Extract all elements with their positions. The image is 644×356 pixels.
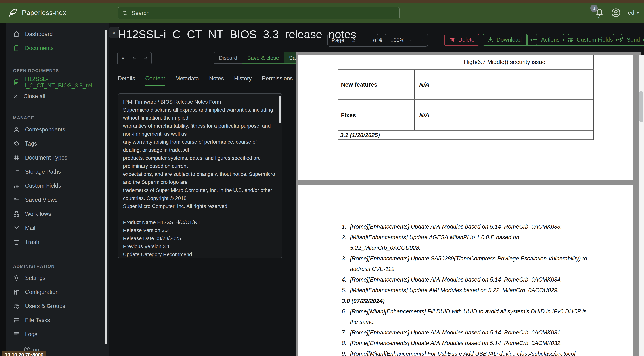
list-number: 2. bbox=[342, 232, 350, 253]
arrow-left-icon bbox=[132, 56, 137, 61]
sidebar-item[interactable]: Mail bbox=[6, 221, 109, 235]
username: ed bbox=[628, 10, 634, 16]
sidebar-item-icon bbox=[13, 154, 20, 161]
search-icon bbox=[122, 10, 128, 16]
tab[interactable]: History bbox=[234, 75, 252, 86]
list-text: [Rome][Enhancements] Update AMI Modules … bbox=[350, 338, 588, 348]
sidebar-item-icon bbox=[13, 303, 20, 310]
zoom-out-button[interactable]: - bbox=[377, 34, 385, 46]
list-text: [Milan][Enhancements] Update AMI Modules… bbox=[350, 285, 588, 296]
pdf-page-2: 1. [Rome][Enhancements] Update AMI Modul… bbox=[298, 185, 633, 356]
sidebar-item-label: Custom Fields bbox=[25, 182, 61, 189]
content-textarea[interactable]: IPMI Firmware / BIOS Release Notes Form … bbox=[118, 94, 282, 258]
arrow-right-icon bbox=[143, 56, 148, 61]
open-document-label: H12SSL-i_C_CT_NT_BIOS_3.3_rel... bbox=[25, 76, 109, 89]
sidebar-item-label: Logs bbox=[25, 331, 37, 338]
tab-label: Details bbox=[118, 75, 135, 82]
ellipsis-icon bbox=[532, 37, 538, 43]
sidebar-item[interactable]: Document Types bbox=[6, 150, 109, 165]
save-and-close-button[interactable]: Save & close bbox=[242, 52, 284, 64]
sidebar-item-label: Mail bbox=[25, 225, 36, 231]
status-url-tooltip: 10.10.20.70:8000 bbox=[2, 351, 46, 356]
sidebar-item[interactable]: Dashboard bbox=[6, 27, 109, 41]
sidebar-item-label: Tags bbox=[25, 140, 37, 147]
close-document-button[interactable]: × bbox=[117, 52, 129, 64]
notifications-button[interactable]: 3 ▾ bbox=[595, 8, 604, 18]
pdf-list-row: 5. [Milan][Enhancements] Update AMI Modu… bbox=[342, 285, 588, 296]
sidebar-item[interactable]: Custom Fields bbox=[6, 179, 109, 193]
list-number: 5. bbox=[342, 285, 350, 296]
sidebar-item[interactable]: Trash bbox=[6, 235, 109, 249]
list-text: 3.0 (07/22/2024) bbox=[342, 296, 588, 306]
send-button[interactable]: Send ▾ bbox=[613, 34, 644, 46]
delete-label: Delete bbox=[458, 36, 474, 43]
sidebar-item[interactable]: Storage Paths bbox=[6, 165, 109, 179]
page-input-cell bbox=[348, 34, 369, 46]
previous-document-button[interactable] bbox=[128, 52, 140, 64]
textarea-scrollbar[interactable] bbox=[278, 96, 281, 124]
pdf-page-1: High/6.7 Middle)) security issue New fea… bbox=[298, 55, 633, 180]
sidebar-item[interactable]: Documents bbox=[6, 41, 109, 55]
sidebar-item-label: Documents bbox=[25, 45, 54, 52]
sidebar-item[interactable]: File Tasks bbox=[6, 313, 109, 327]
sidebar-item-label: File Tasks bbox=[25, 317, 50, 324]
zoom-level-value: 100% bbox=[390, 37, 404, 43]
window-top-strip bbox=[0, 0, 644, 2]
sidebar-manage-nav: Correspondents Tags Document Types Stora… bbox=[6, 122, 109, 249]
zoom-level-select[interactable]: 100% bbox=[385, 34, 418, 46]
sidebar-scrollbar[interactable] bbox=[104, 30, 107, 344]
pdf-table: High/6.7 Middle)) security issue New fea… bbox=[338, 55, 594, 140]
user-menu[interactable]: ed ▾ bbox=[628, 10, 639, 16]
sidebar-item-icon bbox=[13, 126, 20, 133]
tab[interactable]: Details bbox=[118, 75, 135, 86]
sidebar-close-all[interactable]: Close all bbox=[6, 89, 109, 103]
tab[interactable]: Permissions bbox=[262, 75, 293, 86]
sidebar-item[interactable]: Configuration bbox=[6, 285, 109, 299]
sidebar-item-icon bbox=[13, 45, 20, 52]
sidebar-collapse-button[interactable]: « bbox=[109, 27, 119, 38]
list-number: 6. bbox=[342, 306, 350, 327]
send-caret-icon: ▾ bbox=[643, 38, 644, 42]
tab-label: Notes bbox=[209, 75, 224, 82]
table-footer-row: 3.1 (1/20/2025) bbox=[338, 131, 594, 140]
zoom-in-button[interactable]: + bbox=[418, 34, 428, 46]
page-title: H12SSL-i_C_CT_NT_BIOS_3.3_release_notes bbox=[118, 28, 356, 41]
tab[interactable]: Notes bbox=[209, 75, 224, 86]
pdf-list-row: 7. [Rome][Enhancements] Update AMI Modul… bbox=[342, 327, 588, 338]
download-label: Download bbox=[496, 36, 522, 43]
sidebar-item-icon bbox=[13, 210, 20, 218]
viewer-scrollbar-thumb[interactable] bbox=[639, 91, 643, 122]
navbar-right-cluster: 3 ▾ ed ▾ bbox=[595, 6, 639, 19]
sidebar-item-label: Workflows bbox=[25, 211, 51, 217]
sidebar-item-icon bbox=[13, 238, 20, 246]
sidebar-item-label: Settings bbox=[25, 275, 46, 281]
search-input[interactable] bbox=[131, 10, 388, 16]
list-text: [Milan][Enhancements] Update AGESA Milan… bbox=[350, 232, 588, 253]
sidebar-item-label: Correspondents bbox=[25, 126, 65, 133]
next-document-button[interactable] bbox=[140, 52, 152, 64]
sidebar-open-document[interactable]: H12SSL-i_C_CT_NT_BIOS_3.3_rel... bbox=[6, 75, 109, 89]
table-cell-label: New features bbox=[338, 70, 414, 100]
open-documents-header: OPEN DOCUMENTS bbox=[6, 66, 109, 75]
sidebar-item[interactable]: Settings bbox=[6, 271, 109, 285]
table-row: New features N/A bbox=[338, 70, 594, 100]
sidebar-item[interactable]: Users & Groups bbox=[6, 299, 109, 313]
sidebar-item[interactable]: Workflows bbox=[6, 207, 109, 221]
sidebar-item-icon bbox=[13, 196, 20, 204]
pdf-viewer: High/6.7 Middle)) security issue New fea… bbox=[296, 52, 641, 356]
discard-button[interactable]: Discard bbox=[214, 52, 242, 64]
viewer-scrollbar-track[interactable] bbox=[638, 55, 644, 356]
sidebar-item[interactable]: Tags bbox=[6, 136, 109, 150]
sidebar-item[interactable]: Correspondents bbox=[6, 122, 109, 136]
tab[interactable]: Metadata bbox=[175, 75, 199, 86]
pdf-list-row: 1. [Rome][Enhancements] Update AMI Modul… bbox=[342, 222, 588, 232]
document-tabs: Details Content Metadata Notes History P… bbox=[118, 75, 293, 86]
sidebar-item[interactable]: Saved Views bbox=[6, 193, 109, 207]
avatar-icon[interactable] bbox=[611, 8, 621, 18]
sidebar-item[interactable]: Logs bbox=[6, 327, 109, 341]
tab[interactable]: Content bbox=[145, 75, 165, 86]
list-number: 7. bbox=[342, 327, 350, 338]
delete-button[interactable]: Delete bbox=[444, 34, 479, 46]
global-search[interactable] bbox=[118, 7, 400, 19]
page-input[interactable] bbox=[352, 37, 366, 44]
